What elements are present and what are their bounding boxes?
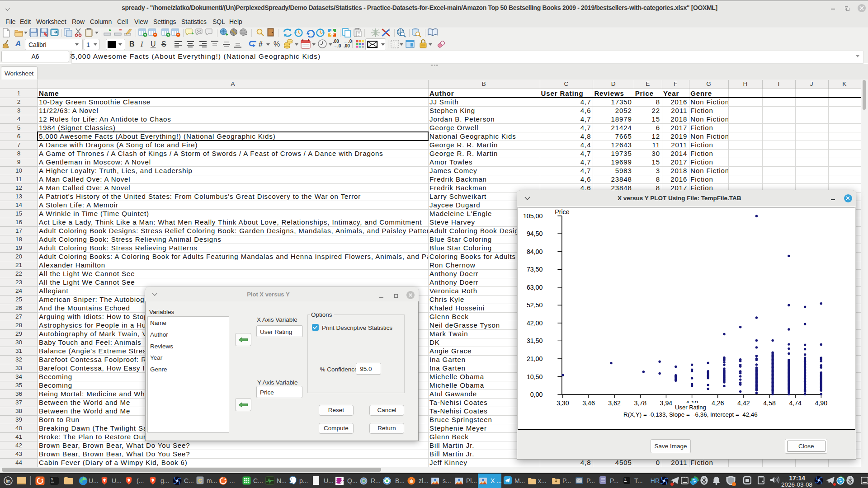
svg-text:0,00: 0,00 <box>530 391 542 398</box>
svg-text:3,30: 3,30 <box>557 399 569 407</box>
svg-text:3,78: 3,78 <box>634 399 646 407</box>
svg-text:73,50: 73,50 <box>526 266 542 273</box>
svg-text:User Rating: User Rating <box>675 404 706 411</box>
svg-text:10,50: 10,50 <box>526 373 542 380</box>
svg-text:84,00: 84,00 <box>526 248 542 255</box>
svg-text:3,94: 3,94 <box>660 399 672 407</box>
svg-text:lm: lm <box>5 479 10 483</box>
svg-text:94,50: 94,50 <box>526 230 542 237</box>
svg-text:4,90: 4,90 <box>815 399 827 407</box>
svg-text:4,58: 4,58 <box>763 399 776 407</box>
svg-text:4,42: 4,42 <box>737 399 750 407</box>
svg-text:3,46: 3,46 <box>582 399 595 407</box>
svg-text:3,62: 3,62 <box>608 399 621 407</box>
svg-text:C: C <box>198 478 202 483</box>
svg-text:21,00: 21,00 <box>526 355 542 362</box>
svg-text:42,00: 42,00 <box>526 319 542 327</box>
svg-text:63,00: 63,00 <box>526 284 542 291</box>
svg-text:R(X,Y) = -0,133, Slope = -6,3: R(X,Y) = -0,133, Slope = -6,36, Intercep… <box>623 411 758 418</box>
svg-text:52,50: 52,50 <box>526 301 542 309</box>
svg-text:105,00: 105,00 <box>523 212 543 220</box>
svg-text:31,50: 31,50 <box>526 337 542 344</box>
svg-text:$: $ <box>51 478 53 481</box>
svg-text:4,74: 4,74 <box>789 399 802 407</box>
svg-text:Price: Price <box>555 208 569 216</box>
svg-text:4,26: 4,26 <box>711 399 724 407</box>
